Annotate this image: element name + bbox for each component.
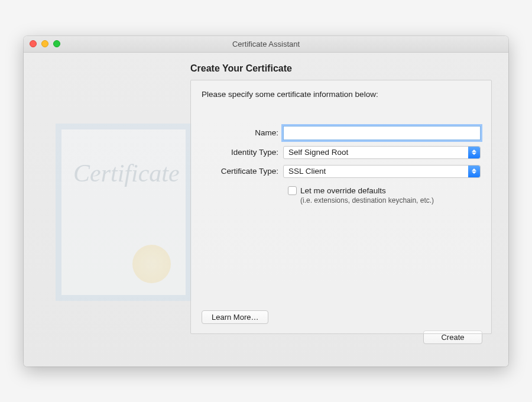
maximize-icon[interactable] (53, 40, 60, 47)
identity-type-select[interactable]: Self Signed Root (283, 146, 481, 159)
certificate-type-label: Certificate Type: (202, 167, 283, 176)
chevron-updown-icon (468, 147, 480, 158)
override-sublabel: (i.e. extensions, destination keychain, … (300, 196, 481, 205)
footer: Create (37, 330, 495, 356)
certificate-type-value: SSL Client (288, 167, 326, 176)
override-row: Let me override defaults (i.e. extension… (288, 186, 481, 205)
name-input[interactable] (283, 126, 481, 140)
identity-type-row: Identity Type: Self Signed Root (202, 146, 481, 159)
form-panel: Please specify some certificate informat… (190, 80, 492, 334)
override-label: Let me override defaults (300, 186, 386, 195)
close-icon[interactable] (30, 40, 37, 47)
titlebar: Certificate Assistant (24, 36, 508, 53)
instruction-text: Please specify some certificate informat… (202, 90, 481, 99)
learn-more-button[interactable]: Learn More… (202, 310, 268, 324)
chevron-updown-icon (468, 166, 480, 177)
page-heading: Create Your Certificate (190, 63, 495, 74)
certificate-background-graphic: Certificate (56, 124, 192, 301)
certificate-script-text: Certificate (73, 159, 180, 187)
traffic-lights (30, 40, 60, 47)
name-row: Name: (202, 126, 481, 140)
content-area: Certificate Create Your Certificate Plea… (24, 53, 508, 367)
identity-type-value: Self Signed Root (288, 148, 348, 157)
override-checkbox[interactable] (288, 186, 297, 195)
certificate-type-row: Certificate Type: SSL Client (202, 165, 481, 178)
name-label: Name: (202, 128, 283, 137)
window-title: Certificate Assistant (30, 40, 502, 48)
certificate-assistant-window: Certificate Assistant Certificate Create… (24, 36, 508, 367)
minimize-icon[interactable] (41, 40, 48, 47)
certificate-seal-icon (132, 245, 171, 283)
certificate-type-select[interactable]: SSL Client (283, 165, 481, 178)
identity-type-label: Identity Type: (202, 148, 283, 157)
